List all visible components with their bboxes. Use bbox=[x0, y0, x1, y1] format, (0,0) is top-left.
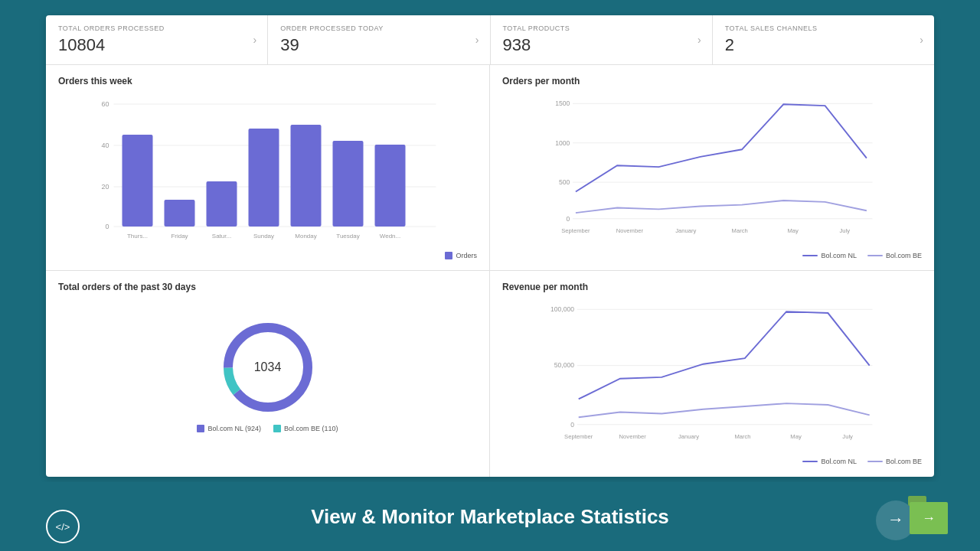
charts-grid: Orders this week 60 40 20 0 bbox=[46, 65, 934, 477]
svg-text:1000: 1000 bbox=[555, 139, 570, 147]
legend-box-be bbox=[273, 425, 281, 432]
orders-month-chart: 1500 1000 500 0 bbox=[502, 93, 922, 249]
revenue-month-title: Revenue per month bbox=[502, 282, 922, 292]
stat-label-orders-processed: TOTAL ORDERS PROCESSED bbox=[58, 24, 255, 32]
donut-legend: Bol.com NL (924) Bol.com BE (110) bbox=[197, 425, 338, 432]
orders-week-title: Orders this week bbox=[58, 76, 477, 86]
legend-line-revenue-be bbox=[867, 461, 883, 462]
svg-text:60: 60 bbox=[101, 100, 109, 108]
stat-card-sales-channels[interactable]: TOTAL SALES CHANNELS 2 › bbox=[713, 15, 934, 64]
footer-icon-left: </> bbox=[46, 510, 80, 543]
svg-text:0: 0 bbox=[105, 223, 109, 230]
svg-text:Satur...: Satur... bbox=[212, 233, 231, 240]
svg-text:500: 500 bbox=[559, 178, 570, 186]
chevron-right-icon-4: › bbox=[920, 34, 923, 46]
legend-label-bolcomnl: Bol.com NL bbox=[821, 252, 857, 259]
stat-card-products[interactable]: TOTAL PRODUCTS 938 › bbox=[491, 15, 713, 64]
legend-label-bolcombe: Bol.com BE bbox=[886, 252, 922, 259]
orders-week-legend: Orders bbox=[58, 252, 477, 259]
stat-label-sales-channels: TOTAL SALES CHANNELS bbox=[725, 24, 922, 32]
legend-label-nl: Bol.com NL (924) bbox=[207, 425, 261, 432]
legend-label-revenue-nl: Bol.com NL bbox=[821, 458, 857, 465]
folder-arrow-icon: → → bbox=[858, 482, 949, 551]
svg-text:1500: 1500 bbox=[555, 99, 570, 107]
orders-30days-title: Total orders of the past 30 days bbox=[58, 282, 477, 292]
svg-text:Tuesday: Tuesday bbox=[336, 233, 359, 240]
svg-rect-14 bbox=[375, 145, 406, 227]
svg-text:November: November bbox=[619, 433, 647, 440]
main-content: TOTAL ORDERS PROCESSED 10804 › ORDER PRO… bbox=[0, 0, 980, 482]
legend-box-nl bbox=[197, 425, 204, 432]
donut-total: 1034 bbox=[254, 360, 282, 374]
svg-text:July: July bbox=[842, 433, 853, 440]
svg-text:January: January bbox=[678, 433, 699, 440]
orders-week-chart: 60 40 20 0 bbox=[58, 93, 477, 249]
legend-box-orders bbox=[445, 252, 452, 259]
svg-text:March: March bbox=[732, 227, 748, 234]
legend-label-orders: Orders bbox=[456, 252, 477, 259]
dashboard: TOTAL ORDERS PROCESSED 10804 › ORDER PRO… bbox=[46, 15, 934, 477]
svg-text:→: → bbox=[922, 510, 936, 526]
revenue-month-panel: Revenue per month 100,000 50,000 0 bbox=[490, 271, 934, 477]
svg-rect-10 bbox=[207, 181, 237, 227]
legend-item-be-donut: Bol.com BE (110) bbox=[273, 425, 338, 432]
svg-text:Sunday: Sunday bbox=[253, 233, 274, 240]
revenue-month-chart: 100,000 50,000 0 September November bbox=[502, 298, 922, 455]
legend-label-be: Bol.com BE (110) bbox=[284, 425, 338, 432]
orders-month-legend: Bol.com NL Bol.com BE bbox=[502, 252, 922, 259]
svg-text:100,000: 100,000 bbox=[550, 305, 574, 313]
stat-value-products: 938 bbox=[503, 35, 700, 55]
svg-text:May: May bbox=[790, 433, 802, 440]
chevron-right-icon-3: › bbox=[697, 34, 701, 46]
svg-text:0: 0 bbox=[567, 215, 570, 223]
svg-text:March: March bbox=[734, 433, 750, 440]
svg-text:May: May bbox=[788, 227, 799, 234]
svg-text:September: September bbox=[561, 227, 590, 234]
svg-rect-12 bbox=[291, 125, 322, 227]
orders-month-title: Orders per month bbox=[502, 76, 922, 86]
stat-card-orders-today[interactable]: ORDER PROCESSED TODAY 39 › bbox=[268, 15, 490, 64]
chevron-right-icon-2: › bbox=[475, 34, 479, 46]
svg-rect-13 bbox=[333, 141, 364, 227]
revenue-month-legend: Bol.com NL Bol.com BE bbox=[502, 458, 922, 465]
code-icon: </> bbox=[46, 510, 80, 543]
legend-item-bolcomnl: Bol.com NL bbox=[802, 252, 857, 259]
svg-text:November: November bbox=[616, 227, 644, 234]
stat-value-sales-channels: 2 bbox=[725, 35, 922, 55]
svg-text:20: 20 bbox=[101, 183, 109, 191]
svg-rect-9 bbox=[165, 200, 195, 227]
footer-bar: </> View & Monitor Marketplace Statistic… bbox=[0, 482, 980, 551]
orders-week-panel: Orders this week 60 40 20 0 bbox=[46, 65, 490, 271]
legend-label-revenue-be: Bol.com BE bbox=[886, 458, 922, 465]
legend-line-bolcomnl bbox=[802, 255, 818, 256]
legend-item-bolcombe: Bol.com BE bbox=[867, 252, 922, 259]
footer-icon-right: → → bbox=[858, 482, 949, 551]
footer-title: View & Monitor Marketplace Statistics bbox=[311, 505, 669, 529]
legend-line-revenue-nl bbox=[802, 461, 818, 462]
svg-text:Friday: Friday bbox=[171, 233, 188, 240]
legend-line-bolcombe bbox=[867, 255, 883, 256]
svg-text:September: September bbox=[564, 433, 593, 440]
stat-value-orders-today: 39 bbox=[280, 35, 477, 55]
donut-wrapper: 1034 bbox=[218, 318, 318, 417]
svg-text:Monday: Monday bbox=[295, 233, 316, 240]
orders-30days-panel: Total orders of the past 30 days 1034 bbox=[46, 271, 490, 477]
donut-container: 1034 Bol.com NL (924) Bol.com BE (110) bbox=[58, 298, 477, 452]
svg-text:Thurs...: Thurs... bbox=[127, 233, 148, 240]
chevron-right-icon: › bbox=[253, 34, 257, 46]
stat-value-orders-processed: 10804 bbox=[58, 35, 255, 55]
svg-rect-11 bbox=[249, 129, 279, 227]
orders-month-panel: Orders per month 1500 1000 500 0 bbox=[490, 65, 934, 271]
legend-item-revenue-nl: Bol.com NL bbox=[802, 458, 857, 465]
svg-text:50,000: 50,000 bbox=[554, 361, 574, 369]
legend-item-nl-donut: Bol.com NL (924) bbox=[197, 425, 261, 432]
svg-rect-8 bbox=[122, 135, 153, 227]
svg-text:40: 40 bbox=[101, 142, 109, 149]
svg-text:January: January bbox=[675, 227, 696, 234]
stats-row: TOTAL ORDERS PROCESSED 10804 › ORDER PRO… bbox=[46, 15, 934, 65]
svg-text:July: July bbox=[840, 227, 851, 234]
stat-label-products: TOTAL PRODUCTS bbox=[503, 24, 700, 32]
legend-item-revenue-be: Bol.com BE bbox=[867, 458, 922, 465]
legend-item-orders: Orders bbox=[445, 252, 477, 259]
stat-card-orders-processed[interactable]: TOTAL ORDERS PROCESSED 10804 › bbox=[46, 15, 268, 64]
